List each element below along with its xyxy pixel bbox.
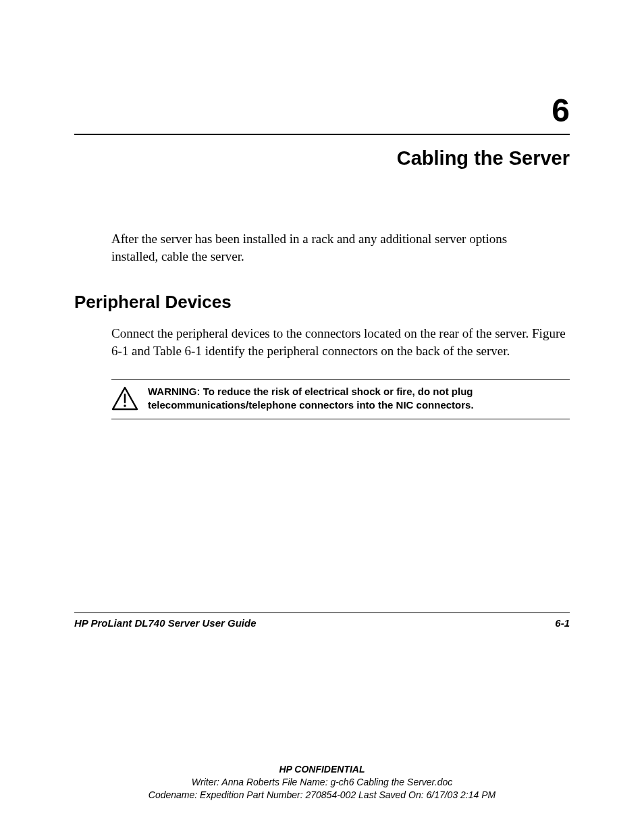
warning-label: WARNING: xyxy=(148,386,200,397)
chapter-title: Cabling the Server xyxy=(74,147,570,170)
page-footer: HP ProLiant DL740 Server User Guide 6-1 xyxy=(74,613,570,629)
chapter-number: 6 xyxy=(74,95,570,127)
doc-metadata-footer: HP CONFIDENTIAL Writer: Anna Roberts Fil… xyxy=(74,763,570,802)
document-page: 6 Cabling the Server After the server ha… xyxy=(0,0,644,834)
footer-page-number: 6-1 xyxy=(555,617,570,629)
warning-icon xyxy=(111,385,138,411)
footer-codename-line: Codename: Expedition Part Number: 270854… xyxy=(74,789,570,802)
footer-writer-line: Writer: Anna Roberts File Name: g-ch6 Ca… xyxy=(74,776,570,789)
footer-guide-title: HP ProLiant DL740 Server User Guide xyxy=(74,617,257,629)
intro-paragraph: After the server has been installed in a… xyxy=(111,230,530,265)
svg-point-2 xyxy=(124,405,126,407)
chapter-rule xyxy=(74,134,570,135)
section-heading-peripheral-devices: Peripheral Devices xyxy=(74,292,570,313)
warning-text: WARNING: To reduce the risk of electrica… xyxy=(148,385,526,413)
warning-block: WARNING: To reduce the risk of electrica… xyxy=(111,379,570,420)
footer-confidential: HP CONFIDENTIAL xyxy=(74,763,570,776)
section-body: Connect the peripheral devices to the co… xyxy=(111,325,570,359)
